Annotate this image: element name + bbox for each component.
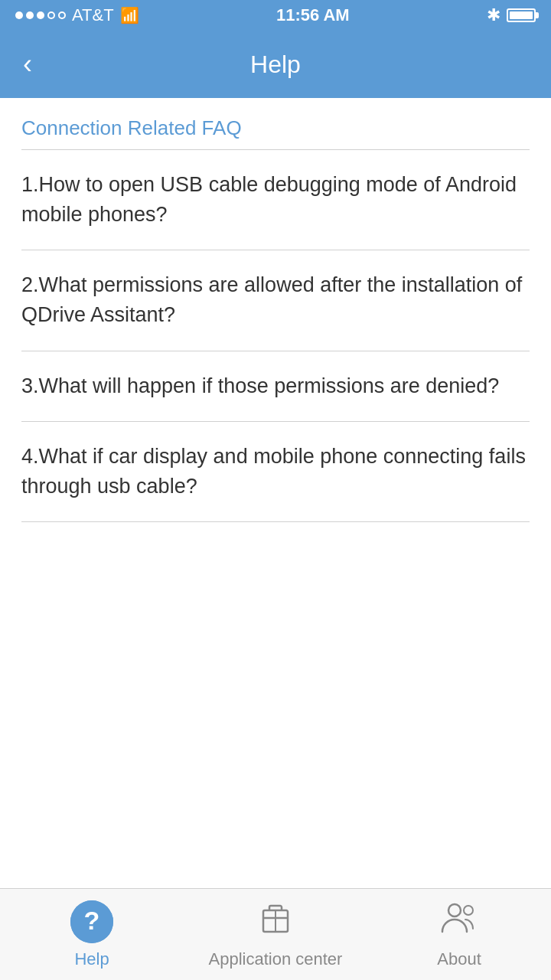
faq-text-4: 4.What if car display and mobile phone c… [21, 445, 526, 498]
signal-dot-5 [58, 11, 66, 19]
signal-dot-2 [26, 11, 34, 19]
status-time: 11:56 AM [276, 5, 350, 25]
tab-app-center[interactable]: Application center [184, 889, 367, 980]
faq-item-4[interactable]: 4.What if car display and mobile phone c… [0, 422, 551, 521]
faq-item-3[interactable]: 3.What will happen if those permissions … [0, 351, 551, 421]
svg-point-6 [464, 906, 473, 915]
signal-dot-4 [47, 11, 55, 19]
tab-about-label: About [437, 949, 481, 969]
carrier-label: AT&T [72, 5, 114, 25]
battery-indicator [507, 8, 536, 22]
svg-point-5 [448, 904, 461, 916]
battery-fill [510, 11, 533, 19]
signal-dots [15, 11, 66, 19]
content-area: Connection Related FAQ 1.How to open USB… [0, 98, 551, 888]
divider-4 [21, 521, 530, 522]
tab-bar: ? Help Application center About [0, 888, 551, 980]
tab-help-label: Help [74, 949, 109, 969]
signal-dot-1 [15, 11, 23, 19]
faq-item-1[interactable]: 1.How to open USB cable debugging mode o… [0, 150, 551, 250]
faq-text-2: 2.What permissions are allowed after the… [21, 273, 522, 326]
nav-bar: ‹ Help [0, 31, 551, 98]
tab-app-center-label: Application center [209, 949, 343, 969]
help-icon: ? [70, 900, 113, 943]
faq-text-1: 1.How to open USB cable debugging mode o… [21, 173, 517, 226]
wifi-icon: 📶 [120, 6, 139, 24]
status-bar: AT&T 📶 11:56 AM ✱ [0, 0, 551, 31]
back-button[interactable]: ‹ [15, 43, 40, 86]
tab-help[interactable]: ? Help [0, 889, 184, 980]
signal-dot-3 [37, 11, 44, 19]
faq-text-3: 3.What will happen if those permissions … [21, 374, 499, 397]
faq-item-2[interactable]: 2.What permissions are allowed after the… [0, 250, 551, 350]
about-icon [439, 900, 479, 943]
tab-about[interactable]: About [367, 889, 551, 980]
status-right: ✱ [487, 5, 536, 25]
bluetooth-icon: ✱ [487, 5, 500, 25]
section-header-text: Connection Related FAQ [21, 116, 242, 139]
status-left: AT&T 📶 [15, 5, 139, 25]
app-center-icon [257, 900, 294, 943]
nav-title: Help [250, 51, 301, 79]
svg-text:?: ? [84, 906, 100, 935]
section-header: Connection Related FAQ [0, 98, 551, 149]
